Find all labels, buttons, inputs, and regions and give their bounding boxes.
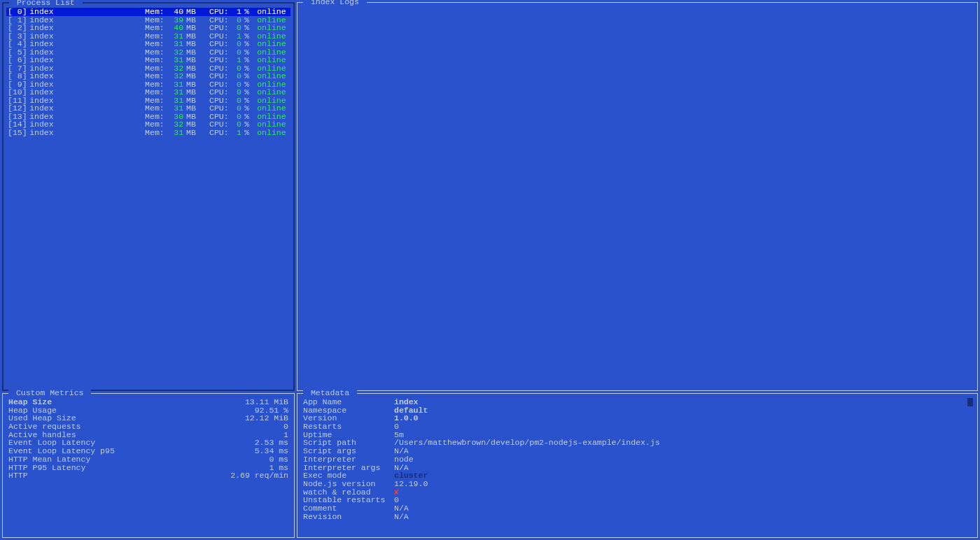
mem-label: Mem:	[145, 40, 167, 48]
metric-label: HTTP P95 Latency	[8, 464, 148, 472]
mem-unit: MB	[183, 120, 209, 129]
process-name: index	[29, 8, 145, 16]
mem-label: Mem:	[145, 72, 167, 80]
process-status: online	[257, 120, 289, 129]
mem-label: Mem:	[145, 129, 167, 137]
logs-panel[interactable]: index Logs	[297, 2, 978, 391]
metadata-row[interactable]: Restarts0	[300, 422, 974, 431]
mem-unit: MB	[183, 8, 209, 16]
process-id: [ 8]	[8, 72, 29, 80]
process-row[interactable]: [ 8]indexMem:32MBCPU:0%online	[6, 72, 290, 80]
metric-label: HTTP Mean Latency	[8, 455, 148, 464]
process-id: [12]	[8, 104, 29, 113]
process-id: [ 2]	[8, 24, 29, 32]
mem-value: 40	[167, 24, 183, 32]
process-row[interactable]: [ 0]indexMem:40MBCPU:1%online	[6, 8, 290, 16]
metadata-row[interactable]: CommentN/A	[300, 504, 974, 513]
cpu-unit: %	[241, 40, 257, 48]
process-name: index	[29, 104, 145, 113]
metric-row[interactable]: HTTP Mean Latency0 ms	[6, 455, 291, 464]
process-name: index	[29, 72, 145, 80]
mem-label: Mem:	[145, 120, 167, 129]
metadata-value: 12.19.0	[394, 480, 972, 488]
metadata-value: 0	[394, 496, 972, 504]
metadata-row[interactable]: Node.js version12.19.0	[300, 480, 974, 488]
cpu-label: CPU:	[209, 40, 231, 48]
cpu-unit: %	[241, 120, 257, 129]
metadata-row[interactable]: watch & reload✘	[300, 488, 974, 497]
mem-label: Mem:	[145, 24, 167, 32]
metadata-row[interactable]: Interpreternode	[300, 455, 974, 464]
metric-value: 0	[148, 422, 288, 431]
cpu-label: CPU:	[209, 104, 231, 113]
process-name: index	[29, 40, 145, 48]
process-id: [15]	[8, 129, 29, 137]
cpu-value: 0	[231, 120, 241, 129]
metric-value: 0 ms	[148, 455, 288, 464]
mem-unit: MB	[183, 88, 209, 97]
metadata-body[interactable]: App NameindexNamespacedefaultVersion1.0.…	[298, 394, 977, 537]
cpu-value: 1	[231, 56, 241, 64]
process-list-body[interactable]: [ 0]indexMem:40MBCPU:1%online[ 1]indexMe…	[4, 3, 293, 390]
logs-body[interactable]	[298, 3, 977, 390]
mem-value: 31	[167, 104, 183, 113]
custom-metrics-title: Custom Metrics	[8, 388, 91, 397]
process-row[interactable]: [15]indexMem:31MBCPU:1%online	[6, 129, 290, 137]
metadata-panel[interactable]: Metadata App NameindexNamespacedefaultVe…	[297, 393, 978, 538]
cpu-unit: %	[241, 104, 257, 113]
process-name: index	[29, 24, 145, 32]
metric-value: 12.12 MiB	[148, 414, 288, 422]
metadata-row[interactable]: Version1.0.0	[300, 414, 974, 422]
metadata-value: node	[394, 455, 972, 464]
custom-metrics-panel[interactable]: Custom Metrics Heap Size13.11 MiBHeap Us…	[2, 393, 295, 538]
metric-label: Active requests	[8, 422, 148, 431]
process-name: index	[29, 129, 145, 137]
process-name: index	[29, 120, 145, 129]
process-row[interactable]: [14]indexMem:32MBCPU:0%online	[6, 120, 290, 129]
cpu-label: CPU:	[209, 8, 231, 16]
process-status: online	[257, 40, 289, 48]
metrics-body[interactable]: Heap Size13.11 MiBHeap Usage92.51 %Used …	[3, 394, 294, 537]
metadata-value: 0	[394, 422, 972, 431]
metadata-row[interactable]: App Nameindex	[300, 398, 974, 406]
process-name: index	[29, 88, 145, 97]
metric-label: Heap Size	[8, 398, 148, 406]
cpu-label: CPU:	[209, 56, 231, 64]
metric-row[interactable]: Heap Size13.11 MiB	[6, 398, 291, 406]
metric-label: HTTP	[8, 471, 148, 480]
cpu-label: CPU:	[209, 88, 231, 97]
metadata-value: N/A	[394, 513, 972, 521]
metadata-label: Restarts	[303, 422, 394, 431]
process-row[interactable]: [12]indexMem:31MBCPU:0%online	[6, 104, 290, 113]
cpu-value: 0	[231, 88, 241, 97]
cpu-unit: %	[241, 129, 257, 137]
process-row[interactable]: [ 4]indexMem:31MBCPU:0%online	[6, 40, 290, 48]
process-row[interactable]: [ 2]indexMem:40MBCPU:0%online	[6, 24, 290, 32]
metric-row[interactable]: HTTP2.69 req/min	[6, 471, 291, 480]
cursor-block	[967, 398, 973, 406]
process-id: [ 0]	[8, 8, 29, 16]
mem-unit: MB	[183, 40, 209, 48]
process-row[interactable]: [ 6]indexMem:31MBCPU:1%online	[6, 56, 290, 64]
mem-value: 32	[167, 72, 183, 80]
mem-value: 32	[167, 120, 183, 129]
metadata-value: index	[394, 398, 972, 406]
process-row[interactable]: [10]indexMem:31MBCPU:0%online	[6, 88, 290, 97]
mem-value: 31	[167, 40, 183, 48]
mem-unit: MB	[183, 24, 209, 32]
mem-value: 31	[167, 88, 183, 97]
mem-label: Mem:	[145, 56, 167, 64]
mem-value: 40	[167, 8, 183, 16]
metric-row[interactable]: Active requests0	[6, 422, 291, 431]
metadata-row[interactable]: RevisionN/A	[300, 513, 974, 521]
metadata-value: /Users/matthewbrown/develop/pm2-nodejs-e…	[394, 439, 972, 447]
mem-unit: MB	[183, 56, 209, 64]
cpu-unit: %	[241, 56, 257, 64]
metadata-value: cluster	[394, 471, 972, 480]
process-list-title: Process List	[9, 0, 83, 7]
process-id: [ 6]	[8, 56, 29, 64]
process-list-panel[interactable]: Process List [ 0]indexMem:40MBCPU:1%onli…	[2, 2, 295, 391]
cpu-label: CPU:	[209, 120, 231, 129]
mem-unit: MB	[183, 104, 209, 113]
process-status: online	[257, 8, 289, 16]
